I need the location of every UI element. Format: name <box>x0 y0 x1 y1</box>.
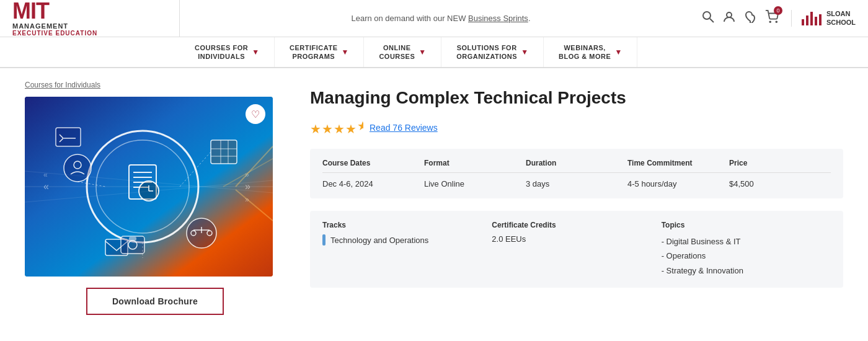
logo-area: MIT MANAGEMENT EXECUTIVE EDUCATION <box>12 0 180 37</box>
time-commitment-value: 4-5 hours/day <box>627 179 729 188</box>
left-panel: Courses for Individuals <box>25 81 285 315</box>
course-image: « « » » » ♡ <box>25 97 273 277</box>
svg-point-22 <box>64 154 91 182</box>
wishlist-button[interactable]: ♡ <box>246 104 265 124</box>
svg-text:»: » <box>245 170 249 179</box>
tracks-label: Tracks <box>322 221 492 229</box>
cart-icon[interactable]: 0 <box>765 10 779 27</box>
rating-row: ★★★★★ Read 76 Reviews <box>310 118 843 136</box>
banner-announcement: Learn on demand with our NEW Business Sp… <box>180 14 702 23</box>
credits-label: Certificate Credits <box>492 221 661 229</box>
right-panel: Managing Complex Technical Projects ★★★★… <box>310 81 843 315</box>
chevron-down-icon: ▼ <box>418 48 426 56</box>
svg-text:»: » <box>245 195 249 204</box>
table-data-row: Dec 4-6, 2024 Live Online 3 days 4-5 hou… <box>322 179 831 188</box>
user-icon[interactable] <box>723 11 735 26</box>
tracks-column: Tracks Technology and Operations <box>322 221 492 278</box>
main-content: Courses for Individuals <box>0 68 868 327</box>
topic-operations: - Operations <box>662 249 831 263</box>
mit-logo-text: MIT <box>12 0 97 22</box>
header-time-commitment: Time Commitment <box>627 159 729 167</box>
table-header: Course Dates Format Duration Time Commit… <box>322 159 831 173</box>
course-title: Managing Complex Technical Projects <box>310 87 843 108</box>
sloan-text: SLOAN SCHOOL <box>826 10 856 26</box>
nav-webinars-blog[interactable]: WEBINARS,BLOG & MORE ▼ <box>544 37 637 67</box>
course-dates-value: Dec 4-6, 2024 <box>322 179 424 188</box>
track-item: Technology and Operations <box>322 234 492 246</box>
meta-info-row: Tracks Technology and Operations Certifi… <box>310 211 843 288</box>
header-course-dates: Course Dates <box>322 159 424 167</box>
svg-line-1 <box>710 19 714 22</box>
search-icon[interactable] <box>702 11 714 26</box>
topic-digital: - Digital Business & IT <box>662 234 831 249</box>
header-format: Format <box>424 159 526 167</box>
topics-column: Topics - Digital Business & IT - Operati… <box>662 221 831 278</box>
sloan-logo: SLOAN SCHOOL <box>791 10 856 26</box>
credits-value: 2.0 EEUs <box>492 234 661 244</box>
header-icons: 0 <box>702 10 779 27</box>
format-value: Live Online <box>424 179 526 188</box>
sloan-bars-icon <box>802 12 822 25</box>
mit-logo: MIT MANAGEMENT EXECUTIVE EDUCATION <box>12 0 97 37</box>
nav-online-courses[interactable]: ONLINECOURSES ▼ <box>364 37 441 67</box>
executive-text: EXECUTIVE EDUCATION <box>12 30 97 37</box>
download-area: Download Brochure <box>25 288 285 315</box>
chevron-down-icon: ▼ <box>521 48 528 56</box>
credits-column: Certificate Credits 2.0 EEUs <box>492 221 661 278</box>
nav-certificate-programs[interactable]: CERTIFICATEPROGRAMS ▼ <box>275 37 364 67</box>
wishlist-icon[interactable] <box>744 11 756 26</box>
nav-courses-individuals[interactable]: COURSES FORINDIVIDUALS ▼ <box>180 37 275 67</box>
price-value: $4,500 <box>729 179 831 188</box>
course-info-table: Course Dates Format Duration Time Commit… <box>310 149 843 198</box>
breadcrumb: Courses for Individuals <box>25 81 285 89</box>
star-rating: ★★★★★ <box>310 118 363 136</box>
svg-point-4 <box>776 21 777 22</box>
nav-bar: COURSES FORINDIVIDUALS ▼ CERTIFICATEPROG… <box>0 37 868 68</box>
svg-rect-39 <box>129 237 136 241</box>
cart-badge: 0 <box>774 6 782 15</box>
topic-strategy: - Strategy & Innovation <box>662 264 831 278</box>
read-reviews-link[interactable]: Read 76 Reviews <box>370 123 438 133</box>
svg-text:»: » <box>245 181 250 192</box>
breadcrumb-link[interactable]: Courses for Individuals <box>25 81 100 89</box>
svg-text:«: « <box>43 170 48 179</box>
business-sprints-link[interactable]: Business Sprints <box>468 14 528 23</box>
chevron-down-icon: ▼ <box>341 48 348 56</box>
track-value: Technology and Operations <box>330 236 428 245</box>
duration-value: 3 days <box>526 179 627 188</box>
svg-text:«: « <box>43 181 49 192</box>
download-brochure-button[interactable]: Download Brochure <box>86 288 224 315</box>
top-banner: MIT MANAGEMENT EXECUTIVE EDUCATION Learn… <box>0 0 868 37</box>
topics-label: Topics <box>662 221 831 229</box>
header-price: Price <box>729 159 831 167</box>
nav-solutions-organizations[interactable]: SOLUTIONS FORORGANIZATIONS ▼ <box>441 37 544 67</box>
chevron-down-icon: ▼ <box>614 48 622 56</box>
svg-point-3 <box>769 21 771 22</box>
svg-rect-26 <box>211 140 237 164</box>
svg-point-0 <box>703 12 711 19</box>
svg-point-2 <box>727 12 732 17</box>
svg-rect-24 <box>56 128 81 146</box>
track-indicator <box>322 234 326 246</box>
header-duration: Duration <box>526 159 627 167</box>
chevron-down-icon: ▼ <box>252 48 259 56</box>
